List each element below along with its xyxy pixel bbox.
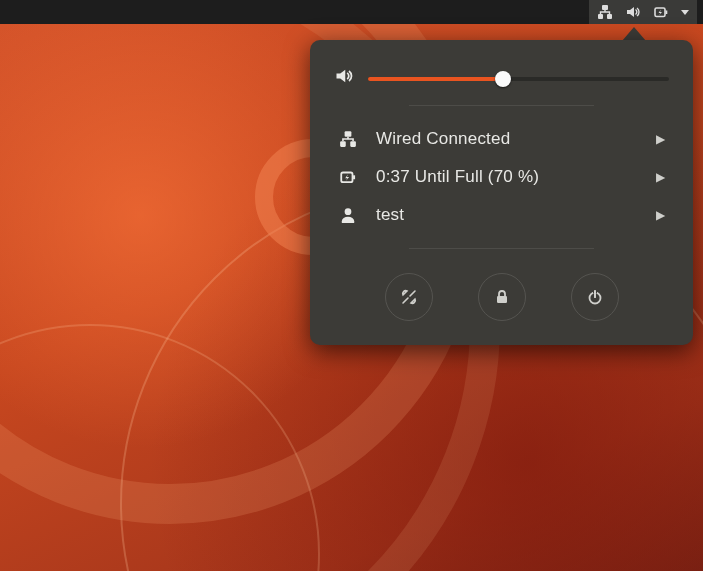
network-wired-icon (338, 130, 358, 148)
menu-item-label: Wired Connected (376, 129, 638, 149)
menu-item-label: 0:37 Until Full (70 %) (376, 167, 638, 187)
volume-high-icon (334, 66, 354, 91)
svg-rect-7 (350, 141, 356, 147)
system-menu: Wired Connected ▶ 0:37 Until Full (70 %)… (310, 40, 693, 345)
top-bar (0, 0, 703, 24)
lock-button[interactable] (478, 273, 526, 321)
svg-rect-9 (353, 175, 355, 179)
user-icon (338, 206, 358, 224)
battery-charging-icon (653, 4, 669, 20)
slider-thumb[interactable] (495, 71, 511, 87)
separator (409, 105, 593, 106)
power-button[interactable] (571, 273, 619, 321)
menu-item-user[interactable]: test ▶ (334, 196, 669, 234)
settings-button[interactable] (385, 273, 433, 321)
svg-rect-6 (340, 141, 346, 147)
menu-item-network[interactable]: Wired Connected ▶ (334, 120, 669, 158)
svg-rect-11 (497, 296, 507, 303)
svg-rect-4 (666, 11, 668, 15)
slider-fill (368, 77, 503, 81)
svg-rect-0 (602, 5, 608, 10)
volume-slider[interactable] (368, 70, 669, 88)
power-icon (586, 288, 604, 306)
settings-tools-icon (400, 288, 418, 306)
popover-arrow (622, 27, 646, 41)
svg-rect-2 (607, 14, 612, 19)
svg-rect-1 (598, 14, 603, 19)
menu-item-label: test (376, 205, 638, 225)
system-tray[interactable] (589, 0, 697, 24)
volume-high-icon (625, 4, 641, 20)
lock-icon (493, 288, 511, 306)
svg-rect-5 (345, 131, 352, 137)
separator (409, 248, 593, 249)
svg-point-10 (345, 208, 352, 215)
action-row (334, 263, 669, 327)
volume-row (334, 66, 669, 91)
battery-charging-icon (338, 168, 358, 186)
chevron-right-icon: ▶ (656, 208, 665, 222)
menu-item-battery[interactable]: 0:37 Until Full (70 %) ▶ (334, 158, 669, 196)
caret-down-icon (681, 10, 689, 15)
chevron-right-icon: ▶ (656, 170, 665, 184)
network-wired-icon (597, 4, 613, 20)
chevron-right-icon: ▶ (656, 132, 665, 146)
